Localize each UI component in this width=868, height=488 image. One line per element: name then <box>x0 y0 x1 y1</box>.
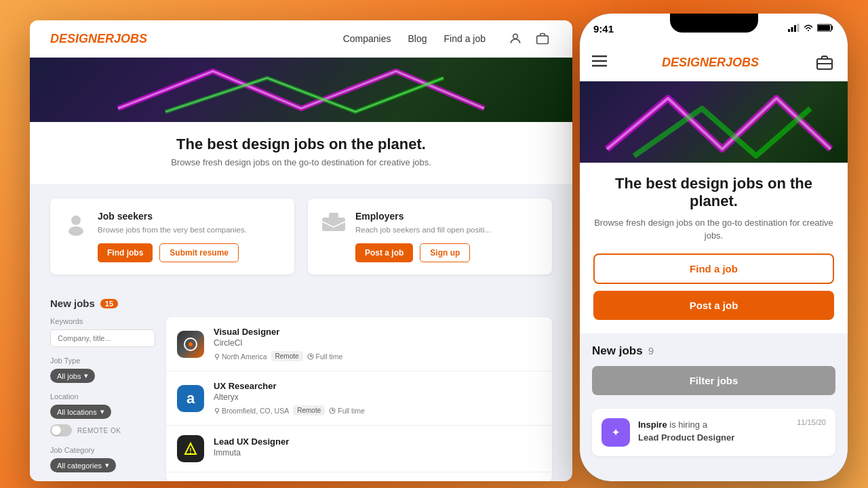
mobile-job-subtext: is hiring a <box>667 420 707 430</box>
mobile-job-role-name: Lead Product Designer <box>638 432 734 443</box>
svg-rect-14 <box>788 29 790 32</box>
desktop-jobs-section: New jobs 15 Keywords Job Type All jobs ▾ <box>30 288 572 481</box>
job-title: UX Researcher <box>214 381 541 391</box>
find-a-job-button[interactable]: Find a job <box>593 253 834 284</box>
job-title: Lead UX Designer <box>214 436 541 447</box>
desktop-cta-row: Job seekers Browse jobs from the very be… <box>30 185 572 288</box>
mobile-hero-image <box>580 81 848 163</box>
employers-content: Employers Reach job seekers and fill ope… <box>355 211 491 262</box>
jobseekers-desc: Browse jobs from the very best companies… <box>98 224 247 235</box>
mobile-job-card[interactable]: ✦ Inspire is hiring a Lead Product Desig… <box>592 409 835 456</box>
desktop-logo: DESIGNERJOBS <box>50 32 147 46</box>
category-label: Job Category <box>50 446 155 454</box>
nav-companies[interactable]: Companies <box>343 33 391 44</box>
job-title: Visual Designer <box>214 327 541 337</box>
mobile-hero-neon <box>580 81 848 163</box>
briefcase-icon[interactable] <box>533 29 552 48</box>
location-filter: Location All locations ▾ REMOTE OK <box>50 392 155 436</box>
wifi-icon <box>803 24 814 34</box>
mobile-job-date: 11/15/20 <box>797 418 826 426</box>
mobile-briefcase-icon[interactable] <box>814 52 835 73</box>
category-dropdown[interactable]: All categories ▾ <box>50 458 116 472</box>
employers-desc: Reach job seekers and fill open positi..… <box>355 224 491 235</box>
desktop-hero-text: The best design jobs on the planet. Brow… <box>30 122 572 185</box>
jobs-count-badge: 15 <box>100 299 118 308</box>
post-job-button-desktop[interactable]: Post a job <box>355 243 413 262</box>
post-a-job-button[interactable]: Post a job <box>593 291 834 320</box>
mobile-phone: 9:41 DESIGNERJOBS <box>580 14 848 481</box>
job-tags: North America Remote Full time <box>214 351 541 361</box>
employers-icon <box>321 212 346 237</box>
desktop-hero-subtitle: Browse fresh design jobs on the go-to de… <box>50 157 552 167</box>
svg-point-2 <box>71 216 81 225</box>
employers-card: Employers Reach job seekers and fill ope… <box>308 199 552 274</box>
nav-find-job[interactable]: Find a job <box>444 33 486 44</box>
job-tag-remote: Remote <box>271 351 303 361</box>
job-info: UX Researcher Alteryx Broomfield, CO, US… <box>214 381 541 415</box>
category-filter: Job Category All categories ▾ <box>50 446 155 472</box>
desktop-hero-title: The best design jobs on the planet. <box>50 136 552 153</box>
mobile-jobs-count: 9 <box>648 345 654 357</box>
desktop-nav-icons <box>506 29 552 48</box>
location-label: Location <box>50 392 155 401</box>
mobile-job-role: Lead Product Designer <box>638 431 826 445</box>
table-row[interactable]: a UX Researcher Alteryx Broomfield, CO, … <box>166 371 552 426</box>
svg-rect-5 <box>329 213 338 218</box>
mobile-hero-title: The best design jobs on the planet. <box>593 175 834 211</box>
employers-buttons: Post a job Sign up <box>355 243 491 262</box>
job-location: North America <box>214 352 267 361</box>
svg-text:✦: ✦ <box>612 427 620 438</box>
mobile-hero-text: The best design jobs on the planet. Brow… <box>580 163 848 333</box>
jobseekers-icon <box>64 212 88 237</box>
job-info: Lead UX Designer Immuta <box>214 436 541 461</box>
jobseekers-content: Job seekers Browse jobs from the very be… <box>98 211 247 262</box>
circleci-logo <box>177 331 204 358</box>
job-type-dropdown[interactable]: All jobs ▾ <box>50 369 95 383</box>
remote-toggle-row: REMOTE OK <box>50 424 155 436</box>
location-dropdown[interactable]: All locations ▾ <box>50 405 111 419</box>
desktop-jobs-layout: Keywords Job Type All jobs ▾ Location Al… <box>50 317 552 481</box>
hamburger-icon[interactable] <box>592 55 607 70</box>
submit-resume-button[interactable]: Submit resume <box>159 243 239 262</box>
nav-blog[interactable]: Blog <box>408 33 427 44</box>
status-icons <box>788 24 834 34</box>
svg-rect-17 <box>797 24 800 32</box>
sign-up-button[interactable]: Sign up <box>420 243 470 262</box>
table-row[interactable]: Visual Designer CircleCI North America R… <box>166 317 552 371</box>
job-company: Immuta <box>214 448 541 458</box>
remote-toggle[interactable] <box>50 424 72 436</box>
job-tags: Broomfield, CO, USA Remote Full time <box>214 405 541 415</box>
mobile-new-jobs: New jobs 9 Filter jobs <box>580 333 848 402</box>
jobs-header: New jobs 15 <box>50 288 552 317</box>
immuta-logo: ! <box>177 435 204 462</box>
job-company: Alteryx <box>214 392 541 402</box>
svg-point-10 <box>216 408 219 411</box>
job-type-label: Job Type <box>50 357 155 365</box>
mobile-job-company: Inspire <box>638 420 667 430</box>
chevron-down-icon: ▾ <box>84 371 88 380</box>
keywords-label: Keywords <box>50 317 155 325</box>
keywords-filter: Keywords <box>50 317 155 347</box>
mobile-nav: DESIGNERJOBS <box>580 43 848 81</box>
phone-content: DESIGNERJOBS The best design jobs on the… <box>580 43 848 481</box>
alteryx-logo: a <box>177 385 204 412</box>
category-value: All categories <box>57 462 102 470</box>
mobile-filter-jobs-button[interactable]: Filter jobs <box>592 366 835 395</box>
table-row[interactable]: ! Lead UX Designer Immuta <box>166 426 552 472</box>
mobile-inspire-logo: ✦ <box>601 418 630 447</box>
mobile-new-jobs-label: New jobs <box>592 344 643 358</box>
job-location: Broomfield, CO, USA <box>214 407 289 415</box>
desktop-window: DESIGNERJOBS Companies Blog Find a job T <box>30 20 572 481</box>
svg-text:!: ! <box>189 447 191 455</box>
job-tag-fulltime: Full time <box>329 407 365 415</box>
job-company: CircleCI <box>214 338 541 348</box>
keywords-input[interactable] <box>50 329 155 347</box>
job-type-value: All jobs <box>57 372 81 380</box>
find-jobs-button[interactable]: Find jobs <box>98 243 153 262</box>
job-info: Visual Designer CircleCI North America R… <box>214 327 541 361</box>
user-icon[interactable] <box>506 29 525 48</box>
status-time: 9:41 <box>593 23 614 35</box>
mobile-logo: DESIGNERJOBS <box>662 56 759 70</box>
signal-icon <box>788 24 800 34</box>
jobseekers-buttons: Find jobs Submit resume <box>98 243 247 262</box>
